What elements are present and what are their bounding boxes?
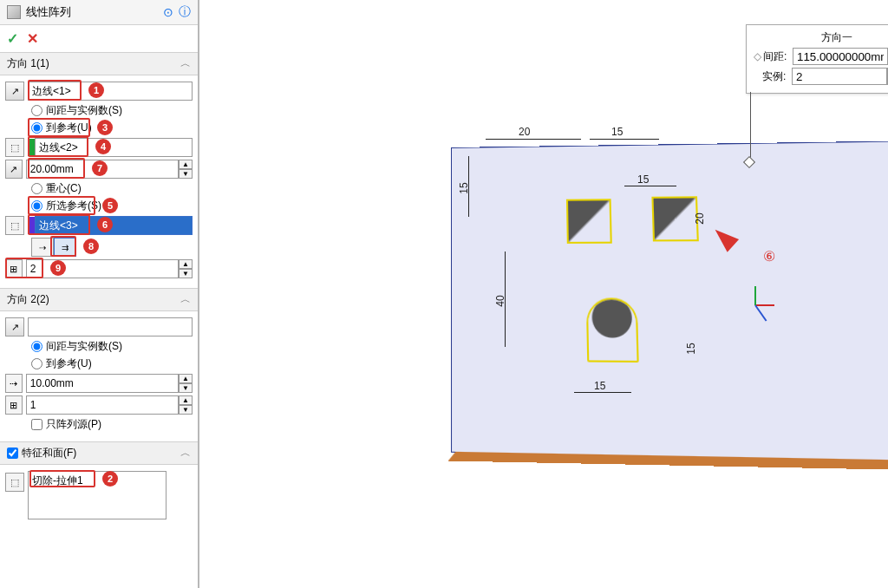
distance-2-icon[interactable]: ⇢ xyxy=(5,374,23,393)
count-spinner[interactable]: ▲▼ xyxy=(179,259,193,278)
purple-swatch xyxy=(28,217,35,234)
feature-item[interactable]: 切除-拉伸1 xyxy=(32,474,83,487)
features-list[interactable]: 切除-拉伸1 xyxy=(28,471,166,519)
only-seed-checkbox[interactable] xyxy=(31,419,42,430)
spacing-mode-buttons: ⇢ ⇉ 8 xyxy=(5,238,193,257)
reference-geom-icon[interactable]: ⬚ xyxy=(5,138,24,157)
direction-1-body: ↗ 1 间距与实例数(S) 到参考(U) 3 ⬚ 4 ↗ ▲▼ xyxy=(0,75,198,288)
section-title: 方向 2(2) xyxy=(7,292,49,307)
distance-icon[interactable]: ↗ xyxy=(5,160,23,179)
to-reference-option[interactable]: 到参考(U) 3 xyxy=(5,121,193,135)
direction-edge-row: ↗ 1 xyxy=(5,82,193,101)
dim-15e: 15 xyxy=(685,343,697,354)
section-direction-1[interactable]: 方向 1(1) ︿ xyxy=(0,52,198,75)
count-input[interactable] xyxy=(26,259,179,278)
callout-instances-row: 实例: ▲▼ xyxy=(754,68,888,85)
radio-spacing-count-2[interactable] xyxy=(31,341,42,352)
radio-label: 所选参考(S) xyxy=(46,199,101,213)
chevron-up-icon: ︿ xyxy=(180,446,191,461)
linear-pattern-icon xyxy=(7,5,21,19)
spacing-count-option-2[interactable]: 间距与实例数(S) xyxy=(5,339,193,354)
chevron-up-icon: ︿ xyxy=(180,292,191,307)
reverse-direction-icon[interactable]: ↗ xyxy=(5,82,24,101)
toggle-icon[interactable]: ⊙ xyxy=(163,5,173,19)
checkbox-label: 只阵列源(P) xyxy=(46,417,101,432)
green-swatch xyxy=(28,139,35,156)
callout-spacing-row: ◇ 间距: ▲▼ xyxy=(754,48,888,65)
reference-edge-input[interactable] xyxy=(35,138,193,157)
help-icon[interactable]: ⓘ xyxy=(179,4,191,20)
section-features[interactable]: 特征和面(F) ︿ xyxy=(0,441,198,465)
callout-instances-input[interactable] xyxy=(792,68,887,85)
dim-15d: 15 xyxy=(594,380,605,392)
callout-spacing-label: 间距: xyxy=(763,49,793,64)
selected-edge-input[interactable] xyxy=(35,216,193,235)
feature-icon[interactable]: ⬚ xyxy=(5,473,24,492)
mode-d1-icon[interactable]: ⇢ xyxy=(31,238,54,257)
reverse-direction-2-icon[interactable]: ↗ xyxy=(5,317,24,336)
selected-geom-icon[interactable]: ⬚ xyxy=(5,216,24,235)
annotation-8: 8 xyxy=(83,238,99,254)
dim-line-20 xyxy=(486,139,581,140)
dim-15a: 15 xyxy=(611,126,623,138)
radio-label: 间距与实例数(S) xyxy=(46,103,122,118)
cut-square-1 xyxy=(566,199,612,244)
selected-edge-row: ⬚ 6 xyxy=(5,216,193,235)
features-checkbox[interactable] xyxy=(7,448,18,459)
radio-centroid[interactable] xyxy=(31,183,42,194)
distance2-spinner[interactable]: ▲▼ xyxy=(179,374,193,393)
count2-spinner[interactable]: ▲▼ xyxy=(179,395,193,415)
callout-anchor-icon: ◇ xyxy=(754,50,761,62)
chevron-up-icon: ︿ xyxy=(180,56,191,71)
instance-count-icon[interactable]: ⊞ xyxy=(5,259,23,278)
to-reference-option-2[interactable]: 到参考(U) xyxy=(5,356,193,371)
property-panel: 线性阵列 ⊙ ⓘ ✓ ✕ 方向 1(1) ︿ ↗ 1 间距与实例数(S) 到参考… xyxy=(0,0,199,588)
selected-ref-option[interactable]: 所选参考(S) 5 xyxy=(5,199,193,213)
distance-spinner[interactable]: ▲▼ xyxy=(179,160,193,179)
radio-label: 到参考(U) xyxy=(46,121,92,135)
model-annotation-6: ⑥ xyxy=(763,248,775,265)
distance-input[interactable] xyxy=(26,160,179,179)
count2-input[interactable] xyxy=(26,395,179,415)
radio-label: 间距与实例数(S) xyxy=(46,339,122,354)
dim-20v: 20 xyxy=(694,212,706,224)
only-seed-row[interactable]: 只阵列源(P) xyxy=(5,417,193,432)
callout-instances-label: 实例: xyxy=(762,69,792,84)
axis-x-icon xyxy=(755,304,774,306)
graphics-viewport[interactable]: 20 15 15 15 20 40 15 15 ⑥ ④ 方向一 ◇ 间距: ▲▼… xyxy=(199,0,888,588)
dim-line-15d xyxy=(574,392,631,393)
instance-count-2-icon[interactable]: ⊞ xyxy=(5,395,23,415)
features-list-row: ⬚ 切除-拉伸1 2 xyxy=(5,471,193,519)
direction-callout-box[interactable]: 方向一 ◇ 间距: ▲▼ 实例: ▲▼ xyxy=(746,24,888,94)
radio-label: 到参考(U) xyxy=(46,356,92,371)
mode-d2-icon[interactable]: ⇉ xyxy=(54,238,76,257)
annotation-5: 5 xyxy=(102,198,118,213)
direction-edge-input[interactable] xyxy=(28,82,193,101)
cut-arch-1 xyxy=(586,297,639,363)
radio-selected-ref[interactable] xyxy=(31,200,42,212)
features-body: ⬚ 切除-拉伸1 2 xyxy=(0,465,198,529)
direction2-edge-input[interactable] xyxy=(28,317,193,336)
callout-spacing-input[interactable] xyxy=(793,48,888,65)
radio-label: 重心(C) xyxy=(46,181,82,196)
annotation-3: 3 xyxy=(97,120,113,135)
radio-spacing-count[interactable] xyxy=(31,105,42,116)
dim-line-15v xyxy=(468,156,469,217)
radio-to-reference-2[interactable] xyxy=(31,358,42,369)
count2-row: ⊞ ▲▼ xyxy=(5,395,193,415)
model-plate xyxy=(451,138,888,465)
ok-button[interactable]: ✓ xyxy=(7,30,18,47)
distance2-row: ⇢ ▲▼ xyxy=(5,374,193,393)
panel-header: 线性阵列 ⊙ ⓘ xyxy=(0,0,198,25)
panel-title: 线性阵列 xyxy=(26,4,158,20)
section-direction-2[interactable]: 方向 2(2) ︿ xyxy=(0,288,198,311)
count-row: ⊞ ▲▼ 9 xyxy=(5,259,193,278)
direction2-edge-row: ↗ xyxy=(5,317,193,336)
cancel-button[interactable]: ✕ xyxy=(27,30,38,47)
distance-row: ↗ ▲▼ 7 xyxy=(5,160,193,179)
radio-to-reference[interactable] xyxy=(31,122,42,134)
distance2-input[interactable] xyxy=(26,374,179,393)
centroid-option[interactable]: 重心(C) xyxy=(5,181,193,196)
spacing-count-option[interactable]: 间距与实例数(S) xyxy=(5,103,193,118)
confirm-cancel-row: ✓ ✕ xyxy=(0,25,198,52)
